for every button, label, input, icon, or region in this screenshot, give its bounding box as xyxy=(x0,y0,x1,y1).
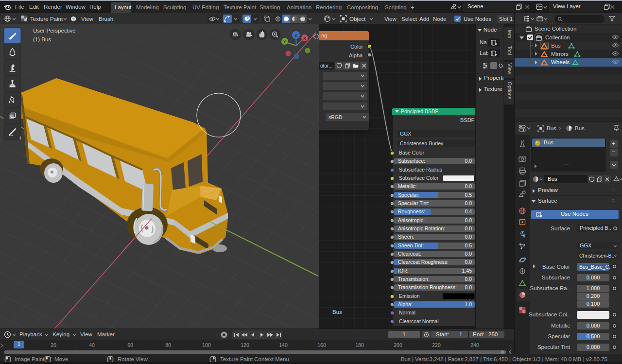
svg-text:Y: Y xyxy=(283,39,286,44)
svg-text:(1) Bus: (1) Bus xyxy=(33,36,51,42)
svg-text:User Perspective: User Perspective xyxy=(33,28,76,34)
svg-text:X: X xyxy=(303,36,306,41)
svg-text:Z: Z xyxy=(294,33,297,38)
